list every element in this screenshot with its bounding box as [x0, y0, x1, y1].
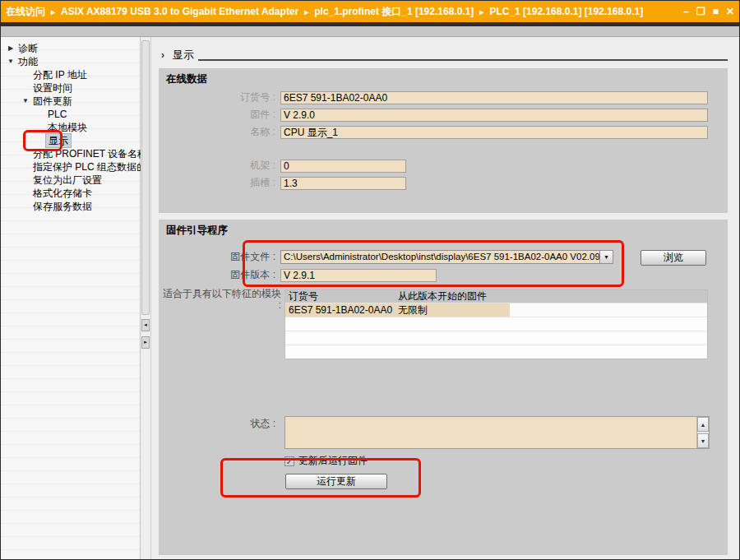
collapse-icon[interactable]: ▼ — [21, 95, 30, 108]
breadcrumb-separator-icon: ▸ — [479, 7, 483, 16]
header-divider — [198, 59, 728, 61]
run-after-update-label: 更新后运行固件 — [298, 454, 368, 468]
sidebar-item-save-service-data[interactable]: 保存服务数据 — [1, 200, 140, 213]
sidebar-item-diagnostics[interactable]: ▶ 诊断 — [1, 42, 140, 55]
sidebar-item-functions[interactable]: ▼ 功能 — [1, 55, 140, 68]
status-value — [285, 417, 696, 448]
title-bar: 在线访问 ▸ ASIX AX88179 USB 3.0 to Gigabit E… — [1, 1, 740, 22]
suitable-modules-label: 适合于具有以下特征的模块 : — [161, 288, 281, 311]
firmware-version-field: V 2.9.1 — [280, 269, 437, 282]
sidebar-item-local-modules[interactable]: 本地模块 — [1, 121, 140, 134]
online-access-window: 在线访问 ▸ ASIX AX88179 USB 3.0 to Gigabit E… — [0, 0, 740, 560]
breadcrumb-interface[interactable]: plc_1.profinet 接口_1 [192.168.0.1] — [314, 5, 474, 19]
firmware-version-label: 固件版本 : — [159, 268, 280, 282]
firmware-file-value[interactable]: C:\Users\Administrator\Desktop\inst\disp… — [281, 251, 599, 263]
scroll-down-icon[interactable]: ▼ — [697, 433, 709, 448]
collapse-icon[interactable]: ▼ — [6, 55, 16, 68]
table-header-row: 订货号 从此版本开始的固件 — [285, 290, 707, 303]
firmware-file-combobox[interactable]: C:\Users\Administrator\Desktop\inst\disp… — [280, 250, 613, 264]
main-content: › 显示 在线数据 订货号 : 6ES7 591-1BA02-0AA0 固件 :… — [151, 37, 740, 560]
breadcrumb-root[interactable]: 在线访问 — [6, 5, 45, 19]
pane-splitter-scrollbar[interactable]: ◄ ► — [141, 37, 151, 560]
breadcrumb-adapter[interactable]: ASIX AX88179 USB 3.0 to Gigabit Ethernet… — [61, 6, 298, 17]
firmware-label: 固件 : — [159, 108, 280, 122]
order-number-field: 6ES7 591-1BA02-0AA0 — [280, 91, 708, 104]
table-row — [285, 345, 707, 359]
order-number-label: 订货号 : — [159, 90, 280, 104]
section-title-online-data: 在线数据 — [166, 72, 207, 86]
status-textarea[interactable]: ▲ ▼ — [284, 416, 710, 449]
sidebar-item-display[interactable]: 显示 — [1, 134, 140, 147]
sidebar-item-plc[interactable]: PLC — [1, 108, 140, 121]
firmware-field: V 2.9.0 — [280, 109, 708, 122]
table-row — [285, 317, 707, 331]
table-row — [285, 331, 707, 345]
sidebar-item-protect-password[interactable]: 指定保护 PLC 组态数据的密码 — [1, 160, 140, 174]
breadcrumb-separator-icon: ▸ — [51, 7, 55, 16]
name-label: 名称 : — [159, 125, 280, 139]
splitter-collapse-left-icon[interactable]: ◄ — [141, 319, 150, 331]
section-title-firmware-loader: 固件引导程序 — [166, 224, 228, 238]
minimize-icon[interactable]: – — [683, 6, 689, 17]
slot-field: 1.3 — [280, 177, 406, 190]
firmware-file-label: 固件文件 : — [159, 250, 280, 264]
name-field: CPU 显示_1 — [280, 126, 708, 139]
rack-label: 机架 : — [159, 159, 280, 173]
breadcrumb-plc[interactable]: PLC_1 [192.168.0.1] [192.168.0.1] — [489, 6, 643, 17]
sidebar-item-factory-reset[interactable]: 复位为出厂设置 — [1, 174, 140, 187]
slot-label: 插槽 : — [159, 176, 280, 190]
scroll-up-icon[interactable]: ▲ — [697, 417, 709, 432]
firmware-loader-panel: 固件引导程序 固件文件 : C:\Users\Administrator\Des… — [159, 220, 728, 555]
scrollbar-thumb[interactable] — [141, 40, 150, 315]
expand-icon[interactable]: ▶ — [6, 42, 16, 55]
status-scrollbar: ▲ ▼ — [696, 417, 709, 448]
run-update-button[interactable]: 运行更新 — [285, 474, 387, 489]
online-data-panel: 在线数据 订货号 : 6ES7 591-1BA02-0AA0 固件 : V 2.… — [159, 68, 728, 213]
function-tree-sidebar: ▶ 诊断 ▼ 功能 分配 IP 地址 设置时间 ▼ 固件更新 PLC 本地模块 — [1, 37, 141, 560]
sidebar-item-firmware-update[interactable]: ▼ 固件更新 — [1, 95, 140, 108]
sidebar-item-format-card[interactable]: 格式化存储卡 — [1, 187, 140, 200]
sidebar-item-set-time[interactable]: 设置时间 — [1, 81, 140, 95]
table-row[interactable]: 6ES7 591-1BA02-0AA0 无限制 — [285, 303, 707, 317]
breadcrumb: 在线访问 ▸ ASIX AX88179 USB 3.0 to Gigabit E… — [6, 5, 683, 19]
suitable-modules-table: 订货号 从此版本开始的固件 6ES7 591-1BA02-0AA0 无限制 — [284, 289, 708, 359]
restore-icon[interactable]: ❐ — [696, 6, 705, 17]
maximize-icon[interactable]: ■ — [713, 6, 719, 17]
dropdown-arrow-icon[interactable]: ▼ — [599, 251, 613, 263]
close-icon[interactable]: ✕ — [726, 6, 734, 17]
chevron-right-icon[interactable]: › — [161, 49, 164, 61]
breadcrumb-separator-icon: ▸ — [304, 7, 308, 16]
browse-button[interactable]: 浏览 — [641, 250, 706, 266]
sidebar-item-assign-profinet-name[interactable]: 分配 PROFINET 设备名称 — [1, 147, 140, 160]
column-header-firmware-from-version[interactable]: 从此版本开始的固件 — [395, 289, 510, 303]
run-after-update-checkbox[interactable]: ✓ — [284, 456, 294, 466]
status-label: 状态 : — [159, 417, 280, 431]
run-after-update-row: ✓ 更新后运行固件 — [284, 454, 368, 468]
window-controls: – ❐ ■ ✕ — [683, 6, 736, 17]
splitter-collapse-right-icon[interactable]: ► — [141, 336, 150, 349]
page-title: › 显示 — [161, 48, 194, 62]
rack-field: 0 — [280, 160, 406, 173]
sidebar-item-assign-ip[interactable]: 分配 IP 地址 — [1, 68, 140, 81]
column-header-order-number[interactable]: 订货号 — [285, 289, 395, 303]
toolbar-strip — [1, 26, 740, 37]
